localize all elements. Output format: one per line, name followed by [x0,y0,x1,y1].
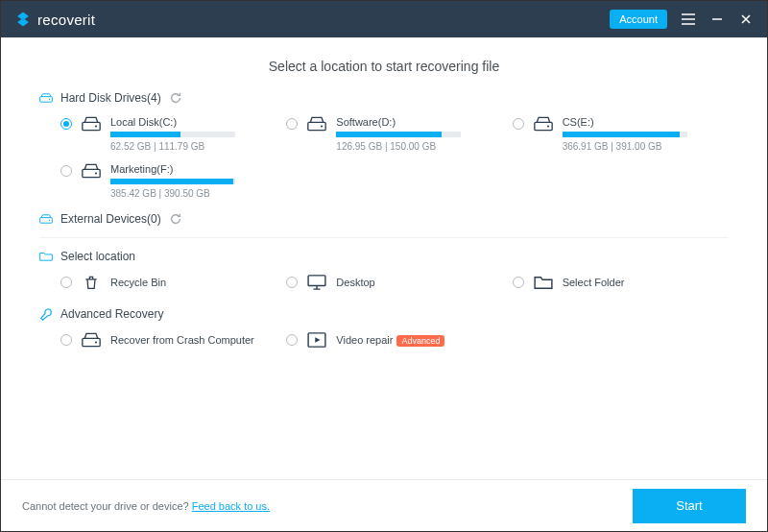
desktop-icon [307,275,326,294]
svg-rect-6 [534,122,551,130]
drive-item[interactable]: Software(D:)126.95 GB | 150.00 GB [286,116,502,152]
section-external-title: External Devices(0) [60,212,161,226]
radio[interactable] [286,334,298,346]
radio[interactable] [60,277,72,288]
usage-bar [336,132,461,137]
section-hdd-title: Hard Disk Drives(4) [60,91,161,105]
svg-rect-2 [83,122,100,130]
location-label: Desktop [336,275,374,290]
start-button[interactable]: Start [633,489,746,523]
drive-info: Local Disk(C:)62.52 GB | 111.79 GB [110,116,235,152]
section-select-title: Select location [60,250,135,263]
recycle-icon [82,275,101,294]
location-label: Select Folder [563,275,625,290]
radio[interactable] [286,118,298,130]
feedback-link[interactable]: Feed back to us. [192,500,270,512]
section-external: External Devices(0) [39,212,729,238]
svg-point-9 [95,172,97,174]
hdd-grid: Local Disk(C:)62.52 GB | 111.79 GBSoftwa… [39,116,729,199]
drive-icon [82,332,101,351]
drive-size: 366.91 GB | 391.00 GB [563,141,687,152]
section-select-head: Select location [39,250,729,263]
drive-icon [534,116,553,135]
drive-label: Marketing(F:) [110,163,235,175]
svg-point-14 [95,341,97,343]
menu-icon[interactable] [681,12,696,27]
radio[interactable] [513,277,524,288]
radio[interactable] [513,118,524,130]
account-button[interactable]: Account [610,10,667,29]
title-actions: Account [610,10,754,29]
refresh-icon[interactable] [169,212,182,226]
section-hdd: Hard Disk Drives(4) Local Disk(C:)62.52 … [39,91,729,199]
refresh-icon[interactable] [169,91,182,105]
section-hdd-head: Hard Disk Drives(4) [39,91,729,105]
drive-size: 126.95 GB | 150.00 GB [336,141,461,152]
footer-msg: Cannot detect your drive or device? [22,500,192,512]
folder-icon [39,250,53,263]
svg-rect-12 [308,276,325,286]
drive-item[interactable]: CS(E:)366.91 GB | 391.00 GB [513,116,729,152]
drive-icon [82,163,101,182]
footer: Cannot detect your drive or device? Feed… [1,479,767,531]
advanced-item[interactable]: Recover from Crash Computer [60,332,276,351]
svg-point-3 [95,125,97,127]
brand-text: recoverit [37,12,95,28]
location-label: Recycle Bin [110,275,166,290]
section-select: Select location Recycle BinDesktopSelect… [39,250,729,294]
drive-info: Marketing(F:)385.42 GB | 390.50 GB [110,163,235,199]
brand-logo-icon [14,11,32,28]
footer-text: Cannot detect your drive or device? Feed… [22,500,270,512]
svg-rect-0 [40,97,53,103]
usage-bar [110,179,235,184]
radio[interactable] [60,118,72,130]
drive-info: Software(D:)126.95 GB | 150.00 GB [336,116,461,152]
section-external-head: External Devices(0) [39,212,729,226]
drive-size: 62.52 GB | 111.79 GB [110,141,235,152]
svg-point-1 [49,99,50,100]
main-content: Select a location to start recovering fi… [1,37,767,479]
drive-icon [39,212,53,226]
radio[interactable] [286,277,298,288]
svg-rect-8 [83,169,100,177]
svg-point-5 [321,125,323,127]
drive-label: Local Disk(C:) [110,116,235,128]
radio[interactable] [60,165,72,177]
drive-label: CS(E:) [563,116,687,128]
svg-rect-4 [308,122,325,130]
section-advanced: Advanced Recovery Recover from Crash Com… [39,307,729,351]
location-item[interactable]: Desktop [286,275,502,294]
drive-label: Software(D:) [336,116,461,128]
select-grid: Recycle BinDesktopSelect Folder [39,275,729,294]
radio[interactable] [60,334,72,346]
drive-size: 385.42 GB | 390.50 GB [110,188,235,199]
usage-bar [110,132,235,137]
minimize-icon[interactable] [709,12,725,27]
page-title: Select a location to start recovering fi… [39,59,729,74]
brand: recoverit [14,11,95,28]
location-item[interactable]: Recycle Bin [60,275,276,294]
svg-rect-13 [83,338,100,346]
wrench-icon [39,307,53,321]
drive-info: CS(E:)366.91 GB | 391.00 GB [563,116,687,152]
section-advanced-title: Advanced Recovery [60,307,163,321]
advanced-grid: Recover from Crash ComputerVideo repairA… [39,332,729,351]
drive-icon [307,116,326,135]
titlebar: recoverit Account [1,1,767,37]
drive-item[interactable]: Marketing(F:)385.42 GB | 390.50 GB [60,163,276,199]
advanced-item[interactable]: Video repairAdvanced [286,332,502,351]
section-advanced-head: Advanced Recovery [39,307,729,321]
svg-rect-10 [40,218,53,224]
divider [39,237,729,238]
svg-point-7 [547,125,549,127]
advanced-badge: Advanced [396,335,444,347]
advanced-label: Video repairAdvanced [336,332,444,349]
drive-icon [82,116,101,135]
video-icon [307,332,326,351]
close-icon[interactable] [738,12,754,27]
advanced-label: Recover from Crash Computer [110,332,254,348]
folder-icon [534,275,553,294]
drive-item[interactable]: Local Disk(C:)62.52 GB | 111.79 GB [60,116,276,152]
drive-icon [39,91,53,105]
location-item[interactable]: Select Folder [513,275,729,294]
